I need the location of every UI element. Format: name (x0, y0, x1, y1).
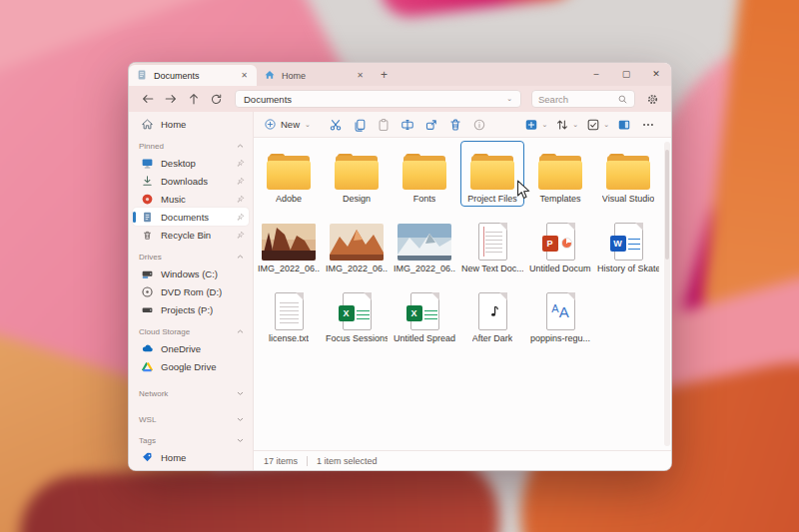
file-item-visual-studio[interactable]: Visual Studio (596, 141, 660, 207)
scrollbar[interactable] (664, 142, 670, 446)
sidebar-section: PinnedDesktopDownloadsMusicDocumentsRecy… (133, 139, 249, 244)
sidebar-item-dvd-rom-d[interactable]: DVD Rom (D:) (133, 282, 249, 300)
chevron-up-icon[interactable] (236, 142, 245, 151)
tab-label: Documents (154, 71, 234, 81)
chevron-down-icon: ⌄ (305, 121, 311, 129)
chevron-up-icon[interactable] (236, 327, 245, 336)
refresh-icon[interactable] (206, 89, 227, 109)
close-button[interactable]: ✕ (641, 63, 671, 86)
minimize-button[interactable]: – (581, 63, 611, 86)
section-header[interactable]: Cloud Storage (133, 324, 249, 339)
section-header[interactable]: Drives (133, 250, 249, 265)
tab-close-icon[interactable]: ✕ (355, 71, 366, 80)
more-button[interactable] (639, 115, 657, 135)
file-item-img-2022-06[interactable]: IMG_2022_06... (257, 211, 321, 276)
sidebar-item-recycle-bin[interactable]: Recycle Bin (133, 226, 249, 244)
cut-icon[interactable] (325, 115, 347, 135)
properties-icon[interactable] (468, 115, 490, 135)
sidebar-item-desktop[interactable]: Desktop (133, 154, 249, 172)
settings-gear-icon[interactable] (641, 89, 663, 109)
file-item-untitled-docum[interactable]: PUntitled Docum... (528, 211, 592, 276)
delete-icon[interactable] (444, 115, 466, 135)
folder-icon (606, 146, 650, 191)
file-item-img-2022-06[interactable]: IMG_2022_06... (393, 211, 456, 276)
sidebar-item-google-drive[interactable]: Google Drive (133, 357, 249, 375)
image-snow-icon (398, 216, 451, 261)
layout-icon (522, 115, 540, 135)
sidebar-item-documents[interactable]: Documents (133, 208, 249, 226)
new-tab-button[interactable]: + (373, 65, 396, 86)
file-item-img-2022-06[interactable]: IMG_2022_06... (325, 211, 389, 276)
sidebar-item-label: Projects (P:) (161, 304, 245, 315)
sidebar-item-home[interactable]: Home (133, 115, 249, 133)
address-text: Documents (244, 94, 292, 105)
file-item-fonts[interactable]: Fonts (393, 141, 456, 207)
tab-home[interactable]: Home ✕ (257, 65, 373, 86)
file-item-new-text-doc[interactable]: New Text Doc... (460, 211, 524, 276)
desktop-icon (141, 157, 154, 170)
toolbar-left-group (325, 115, 490, 135)
pin-icon[interactable] (236, 195, 245, 204)
tab-close-icon[interactable]: ✕ (239, 71, 250, 80)
file-item-poppins-regu[interactable]: AApoppins-regu... (528, 280, 592, 346)
sidebar-item-projects-p[interactable]: Projects (P:) (133, 300, 249, 318)
sidebar-section: Cloud StorageOneDriveGoogle Drive (133, 324, 249, 375)
chevron-up-icon[interactable] (236, 253, 245, 262)
text-doc-icon (478, 216, 507, 261)
pin-icon[interactable] (236, 177, 245, 186)
sidebar-item-downloads[interactable]: Downloads (133, 172, 249, 190)
file-item-after-dark[interactable]: After Dark (460, 280, 524, 346)
sidebar-item-windows-c[interactable]: Windows (C:) (133, 265, 249, 282)
file-item-untitled-spreads[interactable]: XUntitled Spreads... (393, 280, 456, 346)
section-header[interactable]: Pinned (133, 139, 249, 154)
rename-icon[interactable] (397, 115, 418, 135)
share-icon[interactable] (420, 115, 442, 135)
chevron-down-icon[interactable] (236, 389, 245, 398)
recycle-bin-icon (141, 229, 154, 242)
file-item-license-txt[interactable]: license.txt (257, 280, 321, 346)
search-input[interactable]: Search (531, 90, 635, 108)
chevron-down-icon[interactable]: ⌄ (506, 95, 512, 103)
tab-documents[interactable]: Documents ✕ (129, 65, 257, 86)
view-options-button[interactable]: ⌄ (584, 115, 609, 135)
file-name: IMG_2022_06... (326, 264, 388, 273)
chevron-down-icon: ⌄ (603, 121, 609, 129)
chevron-down-icon[interactable] (236, 415, 245, 424)
sidebar-item-home[interactable]: Home (133, 448, 249, 466)
file-item-design[interactable]: Design (325, 141, 389, 207)
onedrive-icon (141, 342, 154, 355)
preview-pane-button[interactable] (615, 115, 633, 135)
file-item-focus-sessions[interactable]: XFocus Sessions (325, 280, 389, 346)
file-item-templates[interactable]: Templates (528, 141, 592, 207)
forward-icon[interactable] (160, 89, 181, 109)
back-icon[interactable] (137, 89, 158, 109)
sidebar-item-label: Recycle Bin (161, 230, 229, 241)
paste-icon[interactable] (373, 115, 395, 135)
main-pane: New ⌄ ⌄⌄⌄ AdobeDesignFontsProject FilesT… (254, 112, 671, 470)
layout-button[interactable]: ⌄ (522, 115, 547, 135)
address-bar[interactable]: Documents ⌄ (235, 90, 521, 108)
section-header[interactable]: Tags (133, 433, 249, 448)
section-header[interactable]: WSL (133, 412, 249, 427)
file-item-adobe[interactable]: Adobe (257, 141, 321, 207)
pin-icon[interactable] (236, 159, 245, 168)
navigation-bar: Documents ⌄ Search (129, 86, 671, 112)
pin-icon[interactable] (236, 231, 245, 240)
maximize-button[interactable]: ▢ (611, 63, 641, 86)
copy-icon[interactable] (349, 115, 371, 135)
chevron-down-icon[interactable] (236, 436, 245, 445)
up-icon[interactable] (183, 89, 204, 109)
new-button[interactable]: New ⌄ (264, 118, 311, 131)
section-header[interactable]: Network (133, 386, 249, 401)
pin-icon[interactable] (236, 213, 245, 222)
toolbar-right-group: ⌄⌄⌄ (522, 115, 661, 135)
file-item-history-of-skate[interactable]: WHistory of Skate... (596, 211, 660, 276)
sort-button[interactable]: ⌄ (553, 115, 578, 135)
documents-icon (141, 211, 154, 224)
font-file-icon: AA (546, 285, 575, 330)
file-item-project-files[interactable]: Project Files (460, 141, 524, 207)
new-button-label: New (281, 119, 300, 130)
sidebar-item-music[interactable]: Music (133, 190, 249, 208)
sidebar-item-onedrive[interactable]: OneDrive (133, 339, 249, 357)
status-bar: 17 items 1 item selected (254, 450, 671, 470)
